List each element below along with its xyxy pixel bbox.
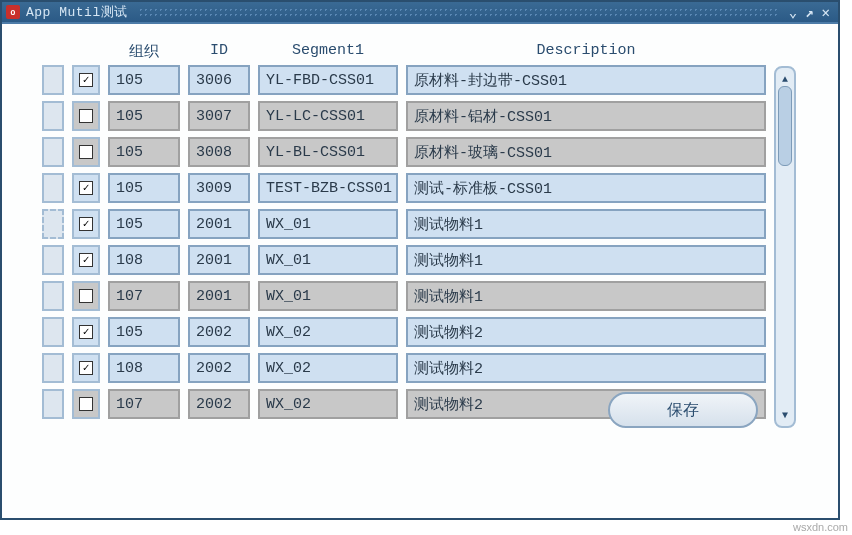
cell-org[interactable]: 105 (108, 65, 180, 95)
cell-id[interactable]: 3006 (188, 65, 250, 95)
cell-description[interactable]: 测试-标准板-CSS01 (406, 173, 766, 203)
row-indicator[interactable] (42, 65, 64, 95)
minimize-icon[interactable]: ⌄ (789, 4, 797, 21)
data-grid: 组织 ID Segment1 Description ✓1053006YL-FB… (42, 42, 766, 428)
checkbox-cell[interactable]: ✓ (72, 245, 100, 275)
cell-description[interactable]: 测试物料2 (406, 317, 766, 347)
cell-description[interactable]: 测试物料1 (406, 281, 766, 311)
table-row[interactable]: ✓1053006YL-FBD-CSS01原材料-封边带-CSS01 (42, 65, 766, 95)
row-indicator[interactable] (42, 245, 64, 275)
row-checkbox[interactable] (79, 289, 93, 303)
scroll-up-icon[interactable]: ▲ (778, 72, 792, 86)
table-row[interactable]: ✓1082001WX_01测试物料1 (42, 245, 766, 275)
watermark: wsxdn.com (793, 521, 848, 533)
checkbox-cell[interactable]: ✓ (72, 173, 100, 203)
row-checkbox[interactable] (79, 145, 93, 159)
checkbox-cell[interactable]: ✓ (72, 353, 100, 383)
row-indicator[interactable] (42, 353, 64, 383)
table-row[interactable]: 1053008YL-BL-CSS01原材料-玻璃-CSS01 (42, 137, 766, 167)
cell-id[interactable]: 2002 (188, 317, 250, 347)
row-indicator[interactable] (42, 137, 64, 167)
grid-wrap: 组织 ID Segment1 Description ✓1053006YL-FB… (42, 42, 813, 428)
checkbox-cell[interactable]: ✓ (72, 317, 100, 347)
cell-org[interactable]: 105 (108, 317, 180, 347)
row-checkbox[interactable]: ✓ (79, 361, 93, 375)
maximize-icon[interactable]: ↗ (805, 4, 813, 21)
cell-org[interactable]: 105 (108, 101, 180, 131)
cell-org[interactable]: 107 (108, 389, 180, 419)
cell-description[interactable]: 测试物料1 (406, 245, 766, 275)
table-row[interactable]: 1053007YL-LC-CSS01原材料-铝材-CSS01 (42, 101, 766, 131)
row-indicator[interactable] (42, 389, 64, 419)
cell-segment[interactable]: WX_01 (258, 245, 398, 275)
cell-segment[interactable]: WX_02 (258, 317, 398, 347)
titlebar-spacer (138, 7, 779, 17)
cell-org[interactable]: 105 (108, 137, 180, 167)
cell-id[interactable]: 3008 (188, 137, 250, 167)
close-icon[interactable]: ✕ (822, 4, 830, 21)
cell-id[interactable]: 2002 (188, 353, 250, 383)
row-checkbox[interactable] (79, 397, 93, 411)
row-checkbox[interactable]: ✓ (79, 325, 93, 339)
checkbox-cell[interactable]: ✓ (72, 209, 100, 239)
app-window: O App Mutil测试 ⌄ ↗ ✕ 组织 ID Segment1 Descr… (0, 0, 840, 520)
cell-id[interactable]: 3009 (188, 173, 250, 203)
cell-org[interactable]: 107 (108, 281, 180, 311)
checkbox-cell[interactable] (72, 101, 100, 131)
checkbox-cell[interactable]: ✓ (72, 65, 100, 95)
cell-id[interactable]: 2001 (188, 281, 250, 311)
scroll-down-icon[interactable]: ▼ (778, 408, 792, 422)
cell-segment[interactable]: YL-BL-CSS01 (258, 137, 398, 167)
cell-id[interactable]: 2002 (188, 389, 250, 419)
row-checkbox[interactable]: ✓ (79, 181, 93, 195)
row-indicator[interactable] (42, 101, 64, 131)
cell-org[interactable]: 108 (108, 353, 180, 383)
save-button[interactable]: 保存 (608, 392, 758, 428)
cell-segment[interactable]: WX_01 (258, 281, 398, 311)
cell-org[interactable]: 105 (108, 173, 180, 203)
cell-segment[interactable]: YL-FBD-CSS01 (258, 65, 398, 95)
table-row[interactable]: ✓1052002WX_02测试物料2 (42, 317, 766, 347)
cell-segment[interactable]: WX_02 (258, 389, 398, 419)
content-area: 组织 ID Segment1 Description ✓1053006YL-FB… (2, 24, 838, 438)
row-indicator[interactable] (42, 173, 64, 203)
cell-segment[interactable]: TEST-BZB-CSS01 (258, 173, 398, 203)
row-indicator[interactable] (42, 317, 64, 347)
cell-description[interactable]: 原材料-玻璃-CSS01 (406, 137, 766, 167)
title-bar[interactable]: O App Mutil测试 ⌄ ↗ ✕ (2, 2, 838, 24)
vertical-scrollbar[interactable]: ▲ ▼ (774, 66, 796, 428)
column-headers: 组织 ID Segment1 Description (42, 42, 766, 61)
cell-description[interactable]: 测试物料2 (406, 353, 766, 383)
table-row[interactable]: ✓1052001WX_01测试物料1 (42, 209, 766, 239)
cell-description[interactable]: 原材料-铝材-CSS01 (406, 101, 766, 131)
app-icon: O (6, 5, 20, 19)
row-indicator[interactable] (42, 209, 64, 239)
checkbox-cell[interactable] (72, 389, 100, 419)
table-row[interactable]: ✓1082002WX_02测试物料2 (42, 353, 766, 383)
cell-description[interactable]: 测试物料1 (406, 209, 766, 239)
cell-id[interactable]: 2001 (188, 245, 250, 275)
cell-segment[interactable]: WX_02 (258, 353, 398, 383)
window-title: App Mutil测试 (26, 3, 128, 21)
checkbox-cell[interactable] (72, 281, 100, 311)
table-row[interactable]: ✓1053009TEST-BZB-CSS01测试-标准板-CSS01 (42, 173, 766, 203)
header-segment: Segment1 (258, 42, 398, 61)
cell-description[interactable]: 原材料-封边带-CSS01 (406, 65, 766, 95)
window-controls: ⌄ ↗ ✕ (789, 4, 834, 21)
row-checkbox[interactable] (79, 109, 93, 123)
cell-id[interactable]: 2001 (188, 209, 250, 239)
cell-segment[interactable]: YL-LC-CSS01 (258, 101, 398, 131)
row-checkbox[interactable]: ✓ (79, 73, 93, 87)
cell-org[interactable]: 108 (108, 245, 180, 275)
checkbox-cell[interactable] (72, 137, 100, 167)
scroll-thumb[interactable] (778, 86, 792, 166)
table-row[interactable]: 1072001WX_01测试物料1 (42, 281, 766, 311)
row-checkbox[interactable]: ✓ (79, 217, 93, 231)
cell-segment[interactable]: WX_01 (258, 209, 398, 239)
header-org: 组织 (108, 42, 180, 61)
cell-org[interactable]: 105 (108, 209, 180, 239)
scroll-track[interactable] (778, 86, 792, 408)
row-indicator[interactable] (42, 281, 64, 311)
row-checkbox[interactable]: ✓ (79, 253, 93, 267)
cell-id[interactable]: 3007 (188, 101, 250, 131)
